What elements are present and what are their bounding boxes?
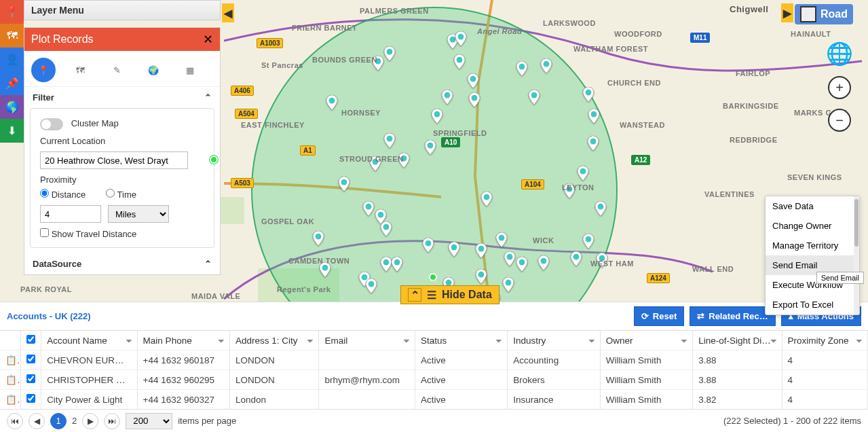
map-pin[interactable] bbox=[570, 251, 582, 266]
distance-radio[interactable]: Distance bbox=[40, 189, 86, 200]
map-pin[interactable] bbox=[441, 90, 453, 105]
map-pin[interactable] bbox=[380, 221, 392, 236]
table-row[interactable]: 📋City Power & Light+44 1632 960327London… bbox=[0, 390, 868, 410]
filter-icon[interactable]: ⏷ bbox=[402, 336, 411, 346]
col-account-name[interactable]: Account Name⏷ bbox=[41, 331, 137, 350]
rail-route-icon[interactable]: 👤 bbox=[0, 48, 24, 71]
map-pin[interactable] bbox=[431, 109, 443, 124]
map-pin[interactable] bbox=[582, 87, 595, 102]
filter-icon[interactable]: ⏷ bbox=[680, 336, 688, 346]
map-pin[interactable] bbox=[362, 201, 375, 216]
map-pin[interactable] bbox=[595, 201, 607, 216]
map-pin[interactable] bbox=[540, 58, 552, 73]
show-travel-checkbox[interactable]: Show Travel Distance bbox=[40, 229, 136, 239]
map-pin[interactable] bbox=[475, 243, 487, 258]
map-pin[interactable] bbox=[424, 140, 436, 155]
time-radio[interactable]: Time bbox=[106, 189, 136, 200]
close-icon[interactable]: ✕ bbox=[203, 32, 213, 47]
filter-icon[interactable]: ⏷ bbox=[770, 336, 778, 346]
pager-first-button[interactable]: ⏮ bbox=[7, 413, 23, 429]
map-pin[interactable] bbox=[537, 255, 550, 270]
pager-prev-button[interactable]: ◀ bbox=[29, 413, 45, 429]
filter-icon[interactable]: ⏷ bbox=[495, 336, 503, 346]
table-row[interactable]: 📋CHRISTOPHER …+44 1632 960295LONDONbrhym… bbox=[0, 370, 868, 390]
datasource-title[interactable]: Accounts - UK (222) bbox=[7, 311, 91, 321]
map-pin[interactable] bbox=[391, 257, 403, 272]
cluster-toggle[interactable] bbox=[40, 118, 63, 130]
page-size-select[interactable]: 200 bbox=[126, 413, 172, 429]
tab-region-icon[interactable]: 🌍 bbox=[141, 58, 166, 82]
map-pin[interactable] bbox=[588, 109, 600, 124]
map-pin[interactable] bbox=[587, 136, 599, 151]
map-pin[interactable] bbox=[448, 242, 460, 257]
globe-refresh-icon[interactable]: 🌐 bbox=[826, 41, 853, 67]
col-email[interactable]: Email⏷ bbox=[319, 331, 415, 350]
map-pin[interactable] bbox=[383, 133, 396, 148]
col-industry[interactable]: Industry⏷ bbox=[508, 331, 600, 350]
hide-data-button[interactable]: ⌃ ☰ Hide Data bbox=[400, 285, 499, 304]
rail-territory-icon[interactable]: 🌎 bbox=[0, 95, 24, 119]
map-pin[interactable] bbox=[383, 46, 396, 61]
map-pin[interactable] bbox=[467, 73, 479, 88]
map-pin[interactable] bbox=[582, 234, 595, 249]
rail-locate-icon[interactable]: 📌 bbox=[0, 71, 24, 95]
row-checkbox[interactable] bbox=[20, 390, 41, 410]
basemap-selector[interactable]: Road bbox=[795, 4, 853, 24]
map-pin[interactable] bbox=[577, 166, 589, 181]
pager-next-button[interactable]: ▶ bbox=[82, 413, 98, 429]
map-pin[interactable] bbox=[516, 61, 528, 76]
tab-draw-icon[interactable]: ✎ bbox=[105, 58, 129, 82]
distance-unit-select[interactable]: Miles bbox=[108, 205, 169, 223]
rail-plot-icon[interactable]: 📍 bbox=[0, 0, 24, 24]
map-pin[interactable] bbox=[422, 238, 434, 253]
filter-icon[interactable]: ⏷ bbox=[125, 336, 133, 346]
map-pin[interactable] bbox=[495, 232, 508, 247]
filter-icon[interactable]: ⏷ bbox=[588, 336, 596, 346]
tab-pin-icon[interactable]: 📍 bbox=[31, 58, 56, 82]
menu-save-data[interactable]: Save Data bbox=[766, 196, 859, 216]
menu-scrollbar[interactable] bbox=[854, 196, 859, 314]
map-pin[interactable] bbox=[326, 95, 338, 110]
zoom-out-button[interactable]: − bbox=[828, 109, 851, 132]
map-pin[interactable] bbox=[468, 92, 480, 107]
panel-collapse-right-icon[interactable]: ▶ bbox=[781, 3, 793, 22]
rail-layers-icon[interactable]: 🗺 bbox=[0, 24, 24, 48]
header-select-all[interactable] bbox=[20, 331, 41, 350]
map-pin[interactable] bbox=[475, 269, 487, 284]
rail-download-icon[interactable]: ⬇ bbox=[0, 119, 24, 143]
map-pin[interactable] bbox=[502, 277, 514, 292]
map-pin[interactable] bbox=[338, 177, 350, 192]
row-checkbox[interactable] bbox=[20, 350, 41, 370]
filter-icon[interactable]: ⏷ bbox=[306, 336, 314, 346]
zoom-in-button[interactable]: + bbox=[828, 76, 851, 99]
map-pin[interactable] bbox=[365, 278, 377, 293]
pager-page-1[interactable]: 1 bbox=[50, 413, 67, 429]
row-checkbox[interactable] bbox=[20, 370, 41, 390]
pager-last-button[interactable]: ⏭ bbox=[104, 413, 120, 429]
reset-button[interactable]: ⟳Reset bbox=[634, 306, 684, 326]
distance-value-input[interactable] bbox=[40, 205, 101, 223]
filter-section-header[interactable]: Filter ⌃ bbox=[24, 87, 220, 108]
menu-manage-territory[interactable]: Manage Territory bbox=[766, 236, 859, 255]
table-row[interactable]: 📋CHEVRON EUR…+44 1632 960187LONDONActive… bbox=[0, 350, 868, 370]
menu-change-owner[interactable]: Change Owner bbox=[766, 216, 859, 236]
map-pin[interactable] bbox=[504, 251, 516, 266]
tab-grid-icon[interactable]: ▦ bbox=[178, 58, 202, 82]
map-pin[interactable] bbox=[312, 231, 324, 246]
panel-collapse-left-icon[interactable]: ◀ bbox=[222, 3, 234, 22]
related-records-button[interactable]: ⇄Related Rec… bbox=[690, 306, 775, 326]
col-city[interactable]: Address 1: City⏷ bbox=[230, 331, 319, 350]
map-pin[interactable] bbox=[516, 257, 528, 272]
col-owner[interactable]: Owner⏷ bbox=[600, 331, 692, 350]
pager-page-2[interactable]: 2 bbox=[72, 416, 77, 426]
datasource-section-header[interactable]: DataSource ⌃ bbox=[24, 253, 220, 274]
col-zone[interactable]: Proximity Zone⏷ bbox=[782, 331, 867, 350]
tab-map-icon[interactable]: 🗺 bbox=[68, 58, 92, 82]
map-pin[interactable] bbox=[455, 31, 467, 46]
map-pin[interactable] bbox=[453, 54, 466, 69]
map-pin[interactable] bbox=[480, 192, 493, 206]
filter-icon[interactable]: ⏷ bbox=[217, 336, 225, 346]
col-status[interactable]: Status⏷ bbox=[415, 331, 507, 350]
col-main-phone[interactable]: Main Phone⏷ bbox=[137, 331, 229, 350]
layer-menu-header[interactable]: Layer Menu bbox=[24, 0, 221, 20]
